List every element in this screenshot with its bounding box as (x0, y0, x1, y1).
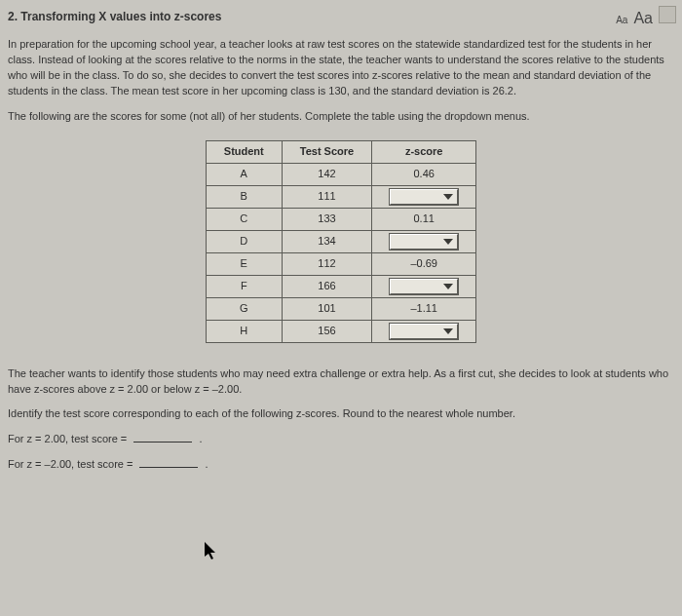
table-row: F166 (206, 275, 475, 297)
cell-student: D (206, 230, 282, 252)
cell-student: F (206, 275, 282, 297)
cell-zscore (372, 320, 476, 342)
cell-zscore: 0.46 (372, 163, 476, 185)
table-row: C1330.11 (206, 208, 475, 230)
cell-score: 166 (282, 275, 371, 297)
cell-score: 111 (282, 185, 371, 208)
cell-zscore: –0.69 (372, 252, 476, 275)
col-z-score: z-score (372, 140, 476, 163)
cell-zscore (372, 230, 476, 252)
mouse-cursor-icon (205, 542, 218, 561)
cell-zscore: –1.11 (372, 297, 476, 320)
question-1: For z = 2.00, test score = . (0, 428, 682, 453)
zscore-dropdown[interactable] (390, 279, 458, 294)
followup-para-1: The teacher wants to identify those stud… (0, 363, 682, 404)
followup-para-2: Identify the test score corresponding to… (0, 403, 682, 428)
zscore-dropdown[interactable] (390, 189, 458, 205)
cell-score: 142 (282, 163, 371, 185)
font-size-controls: Aa Aa (616, 6, 676, 29)
q2-period: . (206, 458, 208, 470)
font-size-small[interactable]: Aa (616, 14, 627, 28)
cell-student: E (206, 252, 282, 275)
table-row: G101–1.11 (206, 297, 475, 320)
cell-score: 134 (282, 230, 371, 252)
zscore-dropdown[interactable] (390, 234, 458, 250)
q2-blank[interactable] (139, 457, 198, 468)
cell-student: A (206, 163, 282, 185)
table-row: A1420.46 (206, 163, 475, 185)
cell-student: G (206, 297, 282, 320)
q1-period: . (199, 433, 202, 444)
section-title: 2. Transforming X values into z-scores (8, 9, 221, 25)
col-test-score: Test Score (282, 140, 371, 163)
cell-score: 101 (282, 297, 371, 320)
table-row: D134 (206, 230, 475, 252)
cell-score: 156 (282, 320, 371, 342)
table-row: E112–0.69 (206, 252, 475, 275)
cell-score: 112 (282, 252, 371, 275)
q1-blank[interactable] (133, 432, 192, 443)
table-row: H156 (206, 320, 475, 342)
col-student: Student (206, 140, 282, 163)
intro-paragraph: In preparation for the upcoming school y… (0, 33, 682, 105)
score-table: Student Test Score z-score A1420.46B111C… (206, 140, 476, 343)
cell-zscore: 0.11 (372, 208, 476, 230)
q1-label: For z = 2.00, test score = (8, 433, 127, 444)
cell-zscore (372, 275, 476, 297)
question-2: For z = –2.00, test score = . (0, 453, 682, 479)
settings-box-icon[interactable] (659, 6, 676, 23)
font-size-large[interactable]: Aa (633, 7, 653, 29)
cell-score: 133 (282, 208, 371, 230)
zscore-dropdown[interactable] (390, 324, 458, 339)
cell-student: H (206, 320, 282, 342)
instruction-paragraph: The following are the scores for some (n… (0, 105, 682, 131)
table-row: B111 (206, 185, 475, 208)
cell-student: B (206, 185, 282, 208)
cell-student: C (206, 208, 282, 230)
q2-label: For z = –2.00, test score = (8, 458, 133, 470)
cell-zscore (372, 185, 476, 208)
